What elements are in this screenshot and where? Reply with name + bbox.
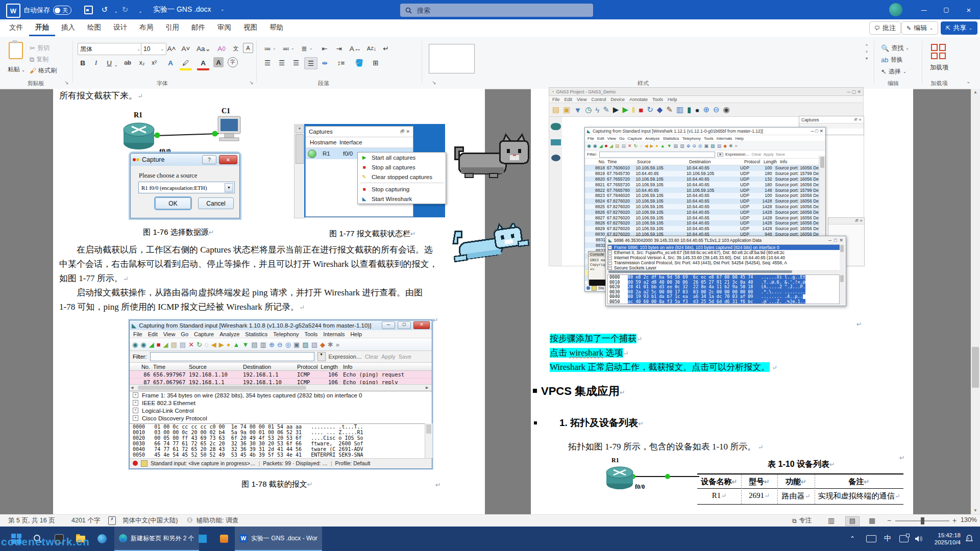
bold-button[interactable]: B (77, 57, 89, 68)
pinned-app-button[interactable] (215, 527, 233, 551)
search-bar[interactable] (400, 4, 593, 17)
enclosed-char-button[interactable]: 字 (228, 57, 238, 67)
format-painter-button[interactable]: 🖌格式刷 (30, 66, 57, 75)
ribbon-tab[interactable]: 设计 (107, 19, 133, 36)
paste-button[interactable] (7, 42, 24, 64)
clipboard-dialog-launcher[interactable]: ↘ (64, 80, 68, 85)
title-dropdown-icon[interactable]: ⌄ (220, 7, 225, 12)
word-count[interactable]: 4201 个字 (71, 516, 100, 525)
maximize-button[interactable]: ▢ (935, 0, 958, 19)
touch-keyboard-icon[interactable] (864, 527, 879, 551)
read-mode-button[interactable]: ▥ (828, 516, 835, 524)
shrink-font-button[interactable]: A˅ (180, 43, 192, 54)
numbering-button[interactable]: ≕ (280, 43, 292, 54)
superscript-button[interactable]: x² (148, 57, 160, 68)
editing-mode-button[interactable]: ✎编辑⌄ (901, 21, 938, 35)
font-color-button[interactable]: A (197, 57, 209, 70)
scroll-up-icon[interactable]: ▲ (971, 89, 980, 96)
text-effects-button[interactable]: A (164, 57, 177, 68)
ime-indicator[interactable]: 中 (881, 527, 894, 551)
page-indicator[interactable]: 第 5 页, 共 16 页 (8, 516, 55, 525)
distribute-button[interactable]: ⇹ (318, 57, 331, 68)
font-family-select[interactable]: 黑体⌄ (78, 43, 143, 55)
bullets-dropdown-icon[interactable]: ⌄ (273, 46, 276, 51)
borders-button[interactable]: ⊞ (370, 57, 382, 68)
replace-button[interactable]: ab替换 (881, 56, 902, 64)
clock[interactable]: 15:42:18 2025/10/4 (928, 527, 961, 551)
browser-button[interactable] (94, 527, 110, 551)
zoom-level[interactable]: 130% (961, 516, 977, 523)
ribbon-tab[interactable]: 视图 (237, 19, 263, 36)
ribbon-tab[interactable]: 审阅 (211, 19, 237, 36)
share-button[interactable]: ⇱共享⌄ (941, 21, 977, 35)
focus-mode-button[interactable]: ⧉专注 (792, 516, 812, 525)
accessibility-status[interactable]: 辅助功能: 调查 (197, 516, 238, 525)
phonetic-guide-button[interactable]: 文 (230, 43, 242, 54)
ribbon-tab[interactable]: 绘图 (81, 19, 107, 36)
zoom-in-button[interactable]: + (952, 516, 957, 524)
tray-expand-chevron[interactable]: ⌃ (846, 527, 859, 551)
add-ins-label[interactable]: 加载项 (925, 63, 953, 72)
autosave-toggle[interactable]: 关 (53, 6, 71, 15)
enclose-char-button[interactable]: A (243, 43, 253, 53)
grow-font-button[interactable]: A˄ (165, 43, 178, 54)
styles-scroll-buttons[interactable]: ˄˅▾ (863, 43, 871, 73)
language-indicator[interactable]: 简体中文(中国大陆) (122, 516, 178, 525)
word-window-task[interactable]: W 实验一 GNS .docx - Wor (235, 527, 322, 551)
line-spacing-button[interactable]: ↕≡ (335, 57, 347, 68)
align-right-button[interactable]: ☰ (290, 57, 302, 68)
multilevel-dropdown-icon[interactable]: ⌄ (309, 46, 313, 51)
asian-layout-button[interactable]: A↔ (349, 43, 361, 54)
cut-button[interactable]: ✂剪切 (30, 44, 50, 53)
align-left-button[interactable]: ☰ (261, 57, 274, 68)
bullets-button[interactable]: ≔ (261, 43, 274, 54)
save-button[interactable] (82, 3, 95, 16)
justify-button[interactable]: ☰ (304, 57, 317, 69)
sort-button[interactable]: AZ↓ (365, 43, 378, 54)
scrollbar-thumb[interactable] (972, 347, 979, 388)
print-layout-button[interactable]: ▤ (845, 516, 860, 526)
minimize-button[interactable]: ─ (913, 0, 935, 19)
shading-button[interactable]: 🪣 (353, 57, 365, 68)
strikethrough-button[interactable]: ab (121, 57, 134, 68)
vscode-button[interactable] (194, 527, 211, 551)
notification-bell-icon[interactable]: z (962, 527, 977, 551)
close-button[interactable]: × (958, 0, 980, 19)
multilevel-list-button[interactable]: ≣ (298, 43, 310, 54)
volume-icon[interactable] (912, 527, 926, 551)
subscript-button[interactable]: x₂ (136, 57, 148, 68)
web-layout-button[interactable]: ▦ (869, 516, 875, 524)
ribbon-tab[interactable]: 邮件 (185, 19, 211, 36)
document-title[interactable]: 实验一 GNS .docx (153, 5, 211, 14)
ribbon-tab[interactable]: 插入 (55, 19, 81, 36)
ribbon-tab[interactable]: 帮助 (263, 19, 289, 36)
comments-button[interactable]: 🗩批注 (869, 21, 901, 35)
font-size-select[interactable]: 10⌄ (141, 43, 166, 55)
network-icon[interactable] (896, 527, 912, 551)
document-scrollbar[interactable]: ▲ ▼ (971, 89, 980, 514)
highlight-color-button[interactable]: 🖊 (180, 57, 192, 70)
scroll-down-icon[interactable]: ▼ (971, 507, 980, 514)
paste-label[interactable]: 粘贴 ⌄ (5, 65, 28, 74)
numbering-dropdown-icon[interactable]: ⌄ (291, 46, 295, 51)
ribbon-tab[interactable]: 开始 (29, 19, 55, 36)
change-case-button[interactable]: Aa⌄ (195, 43, 212, 54)
increase-indent-button[interactable]: ⇥ (333, 43, 345, 54)
collapse-ribbon-icon[interactable]: ⌄ (966, 79, 970, 84)
select-button[interactable]: ↖选择⌄ (881, 67, 906, 76)
zoom-out-button[interactable]: − (887, 516, 891, 524)
redo-button[interactable]: ↻ (118, 3, 132, 16)
italic-button[interactable]: I (90, 57, 102, 68)
search-input[interactable] (416, 6, 571, 15)
copy-button[interactable]: ⧉复制 (30, 55, 48, 64)
proofing-icon[interactable]: ✗ (108, 516, 116, 525)
decrease-indent-button[interactable]: ⇤ (318, 43, 331, 54)
account-avatar[interactable] (889, 3, 902, 16)
underline-dropdown-icon[interactable]: ⌄ (113, 59, 118, 70)
ribbon-tab[interactable]: 布局 (133, 19, 159, 36)
edge-window-group[interactable]: 新建标签页 和另外 2 个 (114, 527, 199, 551)
ribbon-tab[interactable]: 文件 (3, 19, 29, 36)
add-ins-button[interactable] (931, 44, 946, 59)
char-shading-button[interactable]: A (213, 57, 224, 67)
font-dialog-launcher[interactable]: ↘ (249, 80, 253, 85)
